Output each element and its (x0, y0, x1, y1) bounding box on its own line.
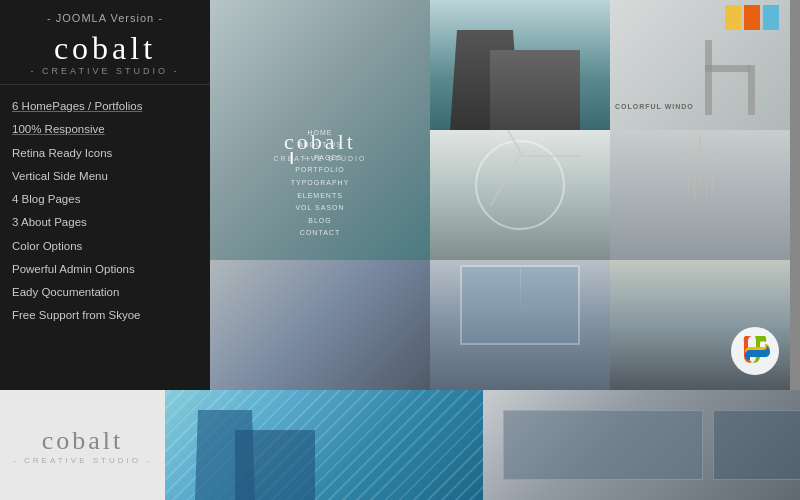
feature-about: 3 About Pages (12, 211, 198, 234)
feature-admin: Powerful Admin Options (12, 258, 198, 281)
nav-typography: TYPOGRAPHY (291, 177, 350, 190)
window-image (430, 260, 610, 390)
color-block-yellow (725, 5, 741, 30)
color-block-orange (744, 5, 760, 30)
colorful-text: COLORFUL WINDO (615, 103, 694, 110)
nav-pages: — PAGES (291, 152, 350, 165)
nav-portfolio: PORTFOLIO (291, 164, 350, 177)
bottom-studio-label: - CREATIVE STUDIO - (13, 456, 152, 465)
building-shape-2 (490, 50, 580, 130)
bottom-image-exterior (483, 390, 801, 500)
nav-volsason: VOL SASON (291, 202, 350, 215)
feature-docs: Eady Qocumentation (12, 281, 198, 304)
nav-contact: CONTACT (291, 227, 350, 240)
version-label: - JOOMLA Version - (10, 12, 200, 24)
facade-panel-2 (713, 410, 801, 480)
facade-panel-1 (503, 410, 703, 480)
outdoor-image (610, 260, 790, 390)
features-list: 6 HomePages / Portfolios 100% Responsive… (0, 85, 210, 390)
sidebar-header: - JOOMLA Version - cobalt - CREATIVE STU… (0, 0, 210, 85)
bottom-logo: cobalt (42, 426, 124, 456)
feature-color: Color Options (12, 235, 198, 258)
joomla-logo-area (730, 326, 780, 380)
nav-home: HOME (291, 127, 350, 140)
building-silhouette-2 (235, 430, 315, 500)
content-nav: HOME ABOUT US — PAGES PORTFOLIO TYPOGRAP… (291, 127, 350, 240)
bottom-logo-area: cobalt - CREATIVE STUDIO - (0, 390, 165, 500)
chandelier-shape (675, 135, 725, 203)
grid-cell-colorful: COLORFUL WINDO (610, 0, 790, 130)
feature-homepages: 6 HomePages / Portfolios (12, 95, 198, 118)
grid-cell-interior (430, 130, 610, 260)
joomla-icon (730, 326, 780, 376)
feature-retina: Retina Ready Icons (12, 142, 198, 165)
image-grid: cobalt CREATIVE STUDIO HOME ABOUT US — P… (210, 0, 800, 390)
grid-cell-building (430, 0, 610, 130)
bottom-section: cobalt - CREATIVE STUDIO - (0, 390, 800, 500)
content-area: cobalt CREATIVE STUDIO HOME ABOUT US — P… (210, 0, 800, 390)
sidebar: - JOOMLA Version - cobalt - CREATIVE STU… (0, 0, 210, 390)
nav-blog: BLOG (291, 215, 350, 228)
feature-responsive: 100% Responsive (12, 118, 198, 141)
nav-about: ABOUT US (291, 139, 350, 152)
feature-menu: Vertical Side Menu (12, 165, 198, 188)
bedroom-image (210, 260, 430, 390)
grid-cell-bedroom (210, 260, 430, 390)
colorful-blocks (725, 5, 785, 30)
feature-homepages-link[interactable]: 6 HomePages / Portfolios (12, 100, 142, 112)
feature-support: Free Support from Skyoe (12, 304, 198, 327)
chandelier-image (610, 130, 790, 260)
fan-blade-3 (521, 155, 581, 157)
sidebar-studio-label: - CREATIVE STUDIO - (10, 66, 200, 76)
exterior-image (483, 390, 801, 500)
facade-lines (483, 390, 801, 500)
top-section: - JOOMLA Version - cobalt - CREATIVE STU… (0, 0, 800, 390)
feature-responsive-link[interactable]: 100% Responsive (12, 123, 105, 135)
fan-image (430, 130, 610, 260)
nav-elements: ELEMENTS (291, 190, 350, 203)
window-panes (460, 265, 580, 345)
chair-element (705, 40, 760, 115)
grid-cell-outdoor (610, 260, 790, 390)
building-image (430, 0, 610, 130)
bottom-image-building (165, 390, 483, 500)
feature-blog: 4 Blog Pages (12, 188, 198, 211)
grid-cell-chandelier (610, 130, 790, 260)
sidebar-logo: cobalt (10, 32, 200, 64)
grid-cell-logo: cobalt CREATIVE STUDIO HOME ABOUT US — P… (210, 0, 430, 260)
main-container: - JOOMLA Version - cobalt - CREATIVE STU… (0, 0, 800, 500)
color-block-blue (763, 5, 779, 30)
grid-cell-window (430, 260, 610, 390)
